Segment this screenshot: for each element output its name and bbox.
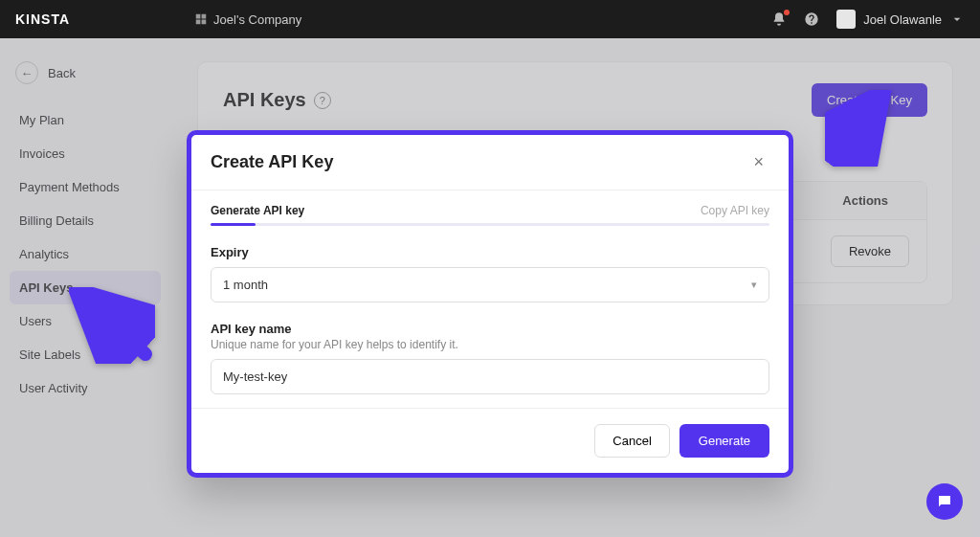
brand-logo: KINSTA bbox=[15, 11, 70, 27]
create-api-key-modal: Create API Key × Generate API key Copy A… bbox=[187, 130, 793, 478]
help-button[interactable] bbox=[804, 11, 819, 27]
chevron-down-icon: ▾ bbox=[751, 279, 757, 291]
expiry-value: 1 month bbox=[223, 278, 268, 292]
name-help: Unique name for your API key helps to id… bbox=[211, 338, 769, 351]
notifications-button[interactable] bbox=[771, 11, 787, 27]
topbar: KINSTA Joel's Company Joel Olawanle bbox=[0, 0, 980, 38]
generate-button[interactable]: Generate bbox=[679, 424, 769, 458]
modal-overlay: Create API Key × Generate API key Copy A… bbox=[0, 38, 980, 537]
name-label: API key name bbox=[211, 322, 769, 336]
company-label: Joel's Company bbox=[213, 12, 301, 27]
help-icon bbox=[804, 11, 819, 27]
close-icon[interactable]: × bbox=[747, 150, 769, 174]
cancel-button[interactable]: Cancel bbox=[594, 424, 669, 458]
intercom-launcher[interactable] bbox=[926, 483, 963, 520]
step-progress bbox=[211, 223, 769, 226]
user-menu[interactable]: Joel Olawanle bbox=[836, 10, 965, 29]
chat-icon bbox=[936, 493, 953, 510]
step-generate: Generate API key bbox=[211, 204, 304, 217]
step-copy: Copy API key bbox=[701, 204, 769, 217]
company-switcher[interactable]: Joel's Company bbox=[194, 12, 301, 27]
expiry-select[interactable]: 1 month ▾ bbox=[211, 267, 769, 302]
avatar bbox=[836, 10, 856, 29]
api-key-name-input[interactable] bbox=[211, 359, 769, 394]
notification-dot bbox=[784, 10, 790, 15]
chevron-down-icon bbox=[949, 11, 965, 27]
user-name: Joel Olawanle bbox=[863, 12, 942, 27]
expiry-label: Expiry bbox=[211, 245, 769, 259]
modal-title: Create API Key bbox=[211, 152, 333, 172]
company-icon bbox=[194, 12, 208, 26]
